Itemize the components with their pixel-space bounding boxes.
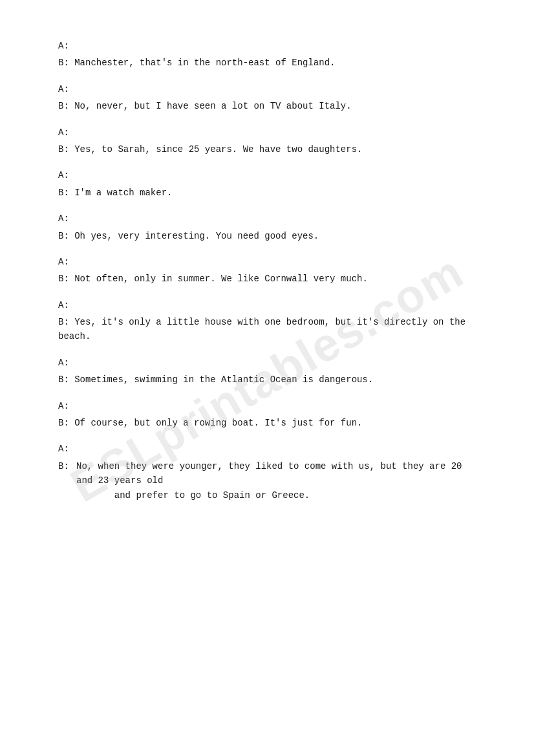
speaker-b: B: Yes, it's only a little house with on… [58,317,465,341]
line-b: B: I'm a watch maker. [58,186,476,200]
dialogue-block-10: A: B: No, when they were younger, they l… [58,442,476,502]
line-b: B: No, never, but I have seen a lot on T… [58,99,476,113]
line-a: A: [58,399,476,413]
speaker-b: B: No, never, but I have seen a lot on T… [58,101,352,111]
dialogue-list: A: B: Manchester, that's in the north-ea… [58,39,476,502]
dialogue-block-4: A: B: I'm a watch maker. [58,168,476,200]
line-b: B: Not often, only in summer. We like Co… [58,272,476,286]
dialogue-block-5: A: B: Oh yes, very interesting. You need… [58,211,476,243]
speaker-b: B: Of course, but only a rowing boat. It… [58,418,362,428]
speaker-b: B: Not often, only in summer. We like Co… [58,274,368,284]
speaker-a: A: [58,401,69,411]
speaker-b: B: Sometimes, swimming in the Atlantic O… [58,374,373,385]
dialogue-block-2: A: B: No, never, but I have seen a lot o… [58,82,476,114]
speaker-b: B: Yes, to Sarah, since 25 years. We hav… [58,144,362,155]
dialogue-block-1: A: B: Manchester, that's in the north-ea… [58,39,476,70]
line-b: B: Yes, it's only a little house with on… [58,315,476,344]
line-b: B: Yes, to Sarah, since 25 years. We hav… [58,142,476,157]
line-a: A: [58,168,476,182]
dialogue-block-7: A: B: Yes, it's only a little house with… [58,298,476,344]
page-container: ESLprintables.com A: B: Manchester, that… [0,0,534,756]
line-b-multiline: B: No, when they were younger, they like… [58,459,476,502]
speaker-label-b: B: [58,459,76,473]
speaker-b: B: I'm a watch maker. [58,188,172,198]
speaker-a: A: [58,300,69,310]
speaker-a: A: [58,444,69,454]
line-a: A: [58,211,476,226]
line-b: B: Sometimes, swimming in the Atlantic O… [58,373,476,387]
line-a: A: [58,125,476,140]
line-b: B: Oh yes, very interesting. You need go… [58,229,476,243]
line-a: A: [58,82,476,96]
line-b: B: Manchester, that's in the north-east … [58,56,476,70]
speaker-a: A: [58,127,69,138]
dialogue-block-8: A: B: Sometimes, swimming in the Atlanti… [58,356,476,387]
dialogue-block-6: A: B: Not often, only in summer. We like… [58,255,476,286]
speaker-a: A: [58,170,69,180]
dialogue-block-9: A: B: Of course, but only a rowing boat.… [58,399,476,431]
line-a: A: [58,39,476,53]
speaker-a: A: [58,84,69,94]
line-b: B: Of course, but only a rowing boat. It… [58,416,476,430]
line-a: A: [58,442,476,456]
speaker-b: B: Oh yes, very interesting. You need go… [58,231,319,241]
speaker-a: A: [58,358,69,368]
dialogue-block-3: A: B: Yes, to Sarah, since 25 years. We … [58,125,476,157]
speaker-a: A: [58,213,69,224]
speaker-a: A: [58,257,69,267]
speaker-b-text: No, when they were younger, they liked t… [76,459,476,502]
speaker-a: A: [58,41,69,51]
line-a: A: [58,356,476,370]
line-a: A: [58,255,476,269]
line-a: A: [58,298,476,312]
speaker-b: B: Manchester, that's in the north-east … [58,58,335,68]
